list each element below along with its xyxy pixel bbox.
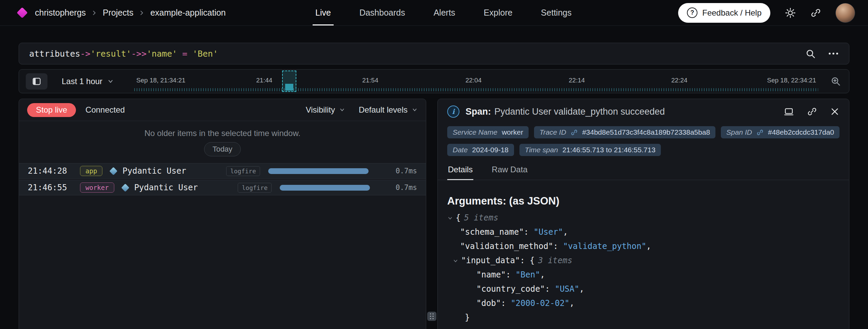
time-axis-label: Sep 18, 21:34:21 <box>136 77 185 84</box>
top-nav: christophergs Projects example-applicati… <box>0 0 868 26</box>
query-operator: ->> <box>131 49 146 59</box>
tab-raw-data[interactable]: Raw Data <box>491 165 528 180</box>
json-value: "2000-02-02" <box>511 298 569 308</box>
chip-label: Time span <box>525 146 558 154</box>
chip-label: Date <box>453 146 468 154</box>
chip-date: Date 2024-09-18 <box>447 144 514 156</box>
breadcrumb-org[interactable]: christophergs <box>35 8 86 18</box>
time-axis-label: 22:04 <box>466 77 482 84</box>
timeline-region[interactable]: Sep 18, 21:34:21 21:44 21:54 22:04 22:14… <box>134 70 818 93</box>
json-line: "schema_name": "User", <box>447 225 840 239</box>
chip-trace-id: Trace ID #34bd8e51d73c3f4c8a189b72338a5b… <box>534 126 715 138</box>
main-content: Stop live Connected Visibility Default l… <box>19 99 849 329</box>
timeline-selection[interactable] <box>282 71 296 92</box>
default-levels-dropdown[interactable]: Default levels <box>359 105 418 115</box>
chip-value: worker <box>502 128 523 136</box>
json-line: "dob": "2000-02-02", <box>447 296 840 310</box>
json-value: "Ben" <box>516 270 540 279</box>
chip-time-span: Time span 21:46:55.713 to 21:46:55.713 <box>519 144 661 156</box>
json-comma: , <box>646 241 651 251</box>
tab-explore[interactable]: Explore <box>484 0 513 25</box>
logfire-app: christophergs Projects example-applicati… <box>0 0 868 329</box>
today-button[interactable]: Today <box>204 142 241 156</box>
log-tag: app <box>80 166 102 176</box>
json-value: "User" <box>534 227 563 237</box>
json-colon: : <box>524 227 534 237</box>
dock-panel-icon[interactable] <box>784 107 794 117</box>
search-icon[interactable] <box>805 49 816 59</box>
chevron-down-icon <box>412 107 418 113</box>
trace-link-icon[interactable] <box>571 129 578 136</box>
logfire-logo-icon[interactable] <box>17 7 28 18</box>
theme-brightness-icon[interactable] <box>785 7 796 19</box>
log-message: Pydantic User <box>122 166 186 176</box>
sidebar-toggle-icon[interactable] <box>26 73 47 90</box>
chip-label: Trace ID <box>539 128 566 136</box>
chip-value: 2024-09-18 <box>472 146 508 154</box>
span-detail-panel: i Span:Pydantic User validate_python suc… <box>437 99 849 329</box>
json-line: "validation_method": "validate_python", <box>447 239 840 253</box>
feedback-help-label: Feedback / Help <box>702 8 762 18</box>
json-line: "name": "Ben", <box>447 268 840 282</box>
json-colon: : <box>506 270 516 279</box>
span-link-icon[interactable] <box>756 129 764 136</box>
query-input[interactable]: attributes->'result'->>'name' = 'Ben' <box>29 49 805 59</box>
span-title: Span:Pydantic User validate_python succe… <box>466 107 665 117</box>
visibility-dropdown[interactable]: Visibility <box>306 105 345 115</box>
tab-dashboards[interactable]: Dashboards <box>359 0 405 25</box>
span-name: Pydantic User validate_python succeeded <box>494 107 665 117</box>
empty-window-message: No older items in the selected time wind… <box>19 129 426 138</box>
log-scope-tag: logfire <box>226 166 260 176</box>
log-duration: 0.7ms <box>388 183 417 192</box>
chevron-down-icon <box>339 107 345 113</box>
chip-label: Span ID <box>726 128 752 136</box>
breadcrumb-project[interactable]: example-application <box>150 8 225 18</box>
more-options-icon[interactable] <box>828 52 839 55</box>
log-scope-tag: logfire <box>238 183 272 193</box>
json-line: "country_code": "USA", <box>447 282 840 296</box>
timeline-axis-ticks <box>134 88 818 91</box>
query-string: 'Ben' <box>193 49 218 59</box>
visibility-label: Visibility <box>306 105 335 115</box>
chip-span-id: Span ID #48eb2cdcdc317da0 <box>721 126 840 138</box>
query-operator: -> <box>80 49 91 59</box>
json-item-count: 3 items <box>538 256 572 265</box>
breadcrumb: christophergs Projects example-applicati… <box>35 8 226 18</box>
log-row[interactable]: 21:46:55 worker Pydantic User logfire 0.… <box>19 180 426 195</box>
span-detail-header: i Span:Pydantic User validate_python suc… <box>438 99 849 124</box>
chip-service-name: Service Name worker <box>447 126 529 138</box>
connection-status: Connected <box>85 105 125 115</box>
breadcrumb-projects[interactable]: Projects <box>103 8 133 18</box>
json-colon: : <box>545 284 555 294</box>
json-colon: : <box>501 298 511 308</box>
tab-settings[interactable]: Settings <box>541 0 571 25</box>
json-comma: , <box>570 298 574 308</box>
feedback-help-button[interactable]: ? Feedback / Help <box>678 3 770 23</box>
log-list: 21:44:28 app Pydantic User logfire 0.7ms… <box>19 163 426 195</box>
timeline-histogram-bar <box>285 84 294 91</box>
collapse-caret-icon[interactable] <box>447 215 453 221</box>
json-brace: { <box>456 213 460 222</box>
stop-live-button[interactable]: Stop live <box>27 103 76 117</box>
query-string: 'name' <box>146 49 177 59</box>
time-range-selector[interactable]: Last 1 hour <box>62 77 114 86</box>
zoom-icon[interactable] <box>828 76 843 87</box>
collapse-caret-icon[interactable] <box>453 258 458 264</box>
log-row[interactable]: 21:44:28 app Pydantic User logfire 0.7ms <box>19 163 426 179</box>
tab-details[interactable]: Details <box>447 165 473 180</box>
user-avatar[interactable] <box>835 3 855 23</box>
query-field: attributes <box>29 49 80 59</box>
span-kind-icon <box>110 167 118 175</box>
panel-resize-handle[interactable] <box>427 312 436 321</box>
arguments-json-tree: {5 items "schema_name": "User", "validat… <box>447 211 840 325</box>
share-link-icon[interactable] <box>810 7 821 18</box>
log-duration: 0.7ms <box>388 167 417 175</box>
tab-live[interactable]: Live <box>315 0 331 25</box>
json-comma: , <box>579 284 584 294</box>
json-key: "schema_name" <box>460 227 524 237</box>
copy-link-icon[interactable] <box>807 107 817 117</box>
json-line: } <box>447 310 840 325</box>
json-line: "input_data": {3 items <box>447 253 840 268</box>
tab-alerts[interactable]: Alerts <box>434 0 455 25</box>
close-icon[interactable] <box>830 107 840 116</box>
